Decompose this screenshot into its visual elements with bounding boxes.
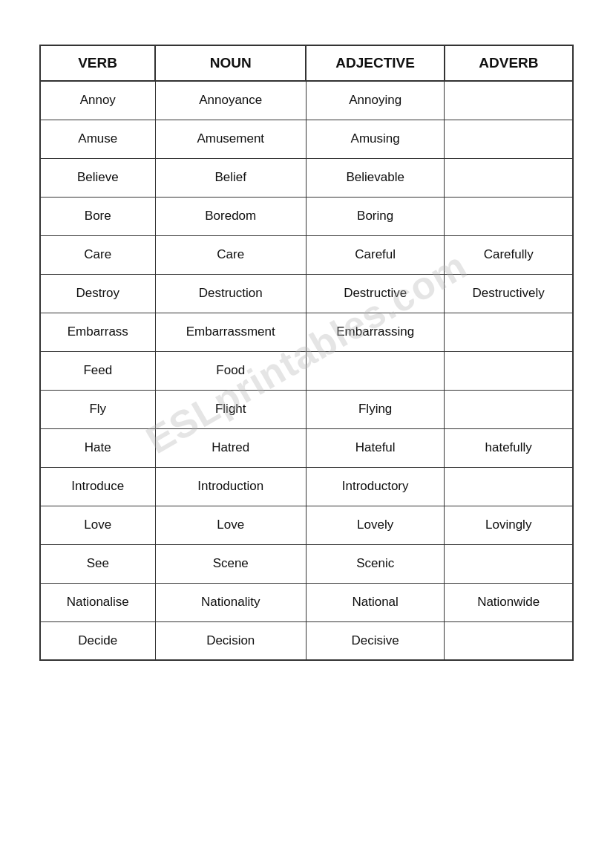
table-cell: Bore <box>40 197 155 235</box>
table-row: AmuseAmusementAmusing <box>40 120 573 158</box>
table-row: IntroduceIntroductionIntroductory <box>40 467 573 506</box>
table-cell: Believe <box>40 158 155 197</box>
table-cell: Scene <box>155 544 306 583</box>
word-forms-table: VERB NOUN ADJECTIVE ADVERB AnnoyAnnoyanc… <box>39 45 574 661</box>
table-cell: Introduce <box>40 467 155 506</box>
table-row: BelieveBeliefBelievable <box>40 158 573 197</box>
table-row: CareCareCarefulCarefully <box>40 235 573 274</box>
table-row: HateHatredHatefulhatefully <box>40 428 573 467</box>
table-cell: Embarrassing <box>306 313 445 351</box>
table-cell: Lovely <box>306 506 445 544</box>
table-cell: Amusement <box>155 120 306 158</box>
table-cell: Care <box>40 235 155 274</box>
table-cell: Destructively <box>445 274 573 313</box>
table-cell <box>445 621 573 660</box>
table-cell <box>445 81 573 120</box>
table-cell: Embarrass <box>40 313 155 351</box>
table-cell <box>445 158 573 197</box>
table-cell: Annoyance <box>155 81 306 120</box>
table-cell: Destruction <box>155 274 306 313</box>
table-cell: Nationalise <box>40 583 155 621</box>
table-cell: Hateful <box>306 428 445 467</box>
table-cell: Love <box>155 506 306 544</box>
table-cell: Decide <box>40 621 155 660</box>
table-row: DestroyDestructionDestructiveDestructive… <box>40 274 573 313</box>
header-verb: VERB <box>40 45 155 81</box>
table-cell: Flight <box>155 390 306 428</box>
table-cell: Boredom <box>155 197 306 235</box>
table-row: EmbarrassEmbarrassmentEmbarrassing <box>40 313 573 351</box>
table-cell <box>306 351 445 390</box>
table-cell: Lovingly <box>445 506 573 544</box>
table-cell: hatefully <box>445 428 573 467</box>
table-row: SeeSceneScenic <box>40 544 573 583</box>
header-noun: NOUN <box>155 45 306 81</box>
table-wrapper: ESLprintables.com VERB NOUN ADJECTIVE AD… <box>39 45 574 661</box>
table-cell: Destroy <box>40 274 155 313</box>
table-cell: Love <box>40 506 155 544</box>
table-cell: National <box>306 583 445 621</box>
table-row: FeedFood <box>40 351 573 390</box>
table-cell: Decisive <box>306 621 445 660</box>
table-cell: Believable <box>306 158 445 197</box>
table-cell: Care <box>155 235 306 274</box>
table-cell: Hatred <box>155 428 306 467</box>
table-cell: Destructive <box>306 274 445 313</box>
header-adverb: ADVERB <box>445 45 573 81</box>
table-cell: Introductory <box>306 467 445 506</box>
table-cell: Annoying <box>306 81 445 120</box>
table-row: LoveLoveLovelyLovingly <box>40 506 573 544</box>
table-cell: Nationwide <box>445 583 573 621</box>
table-cell: Embarrassment <box>155 313 306 351</box>
table-cell: Belief <box>155 158 306 197</box>
table-cell <box>445 351 573 390</box>
table-cell: See <box>40 544 155 583</box>
table-cell: Decision <box>155 621 306 660</box>
table-cell: Flying <box>306 390 445 428</box>
table-cell: Carefully <box>445 235 573 274</box>
table-cell <box>445 390 573 428</box>
table-cell <box>445 313 573 351</box>
table-cell <box>445 120 573 158</box>
table-cell: Food <box>155 351 306 390</box>
table-row: NationaliseNationalityNationalNationwide <box>40 583 573 621</box>
table-row: DecideDecisionDecisive <box>40 621 573 660</box>
table-cell <box>445 544 573 583</box>
table-cell: Annoy <box>40 81 155 120</box>
table-cell: Amuse <box>40 120 155 158</box>
table-cell: Introduction <box>155 467 306 506</box>
table-row: FlyFlightFlying <box>40 390 573 428</box>
table-cell: Careful <box>306 235 445 274</box>
table-cell: Boring <box>306 197 445 235</box>
table-cell: Amusing <box>306 120 445 158</box>
table-row: AnnoyAnnoyanceAnnoying <box>40 81 573 120</box>
table-cell: Feed <box>40 351 155 390</box>
table-cell: Fly <box>40 390 155 428</box>
table-cell <box>445 197 573 235</box>
table-cell <box>445 467 573 506</box>
header-adjective: ADJECTIVE <box>306 45 445 81</box>
table-cell: Scenic <box>306 544 445 583</box>
table-cell: Nationality <box>155 583 306 621</box>
table-cell: Hate <box>40 428 155 467</box>
table-row: BoreBoredomBoring <box>40 197 573 235</box>
